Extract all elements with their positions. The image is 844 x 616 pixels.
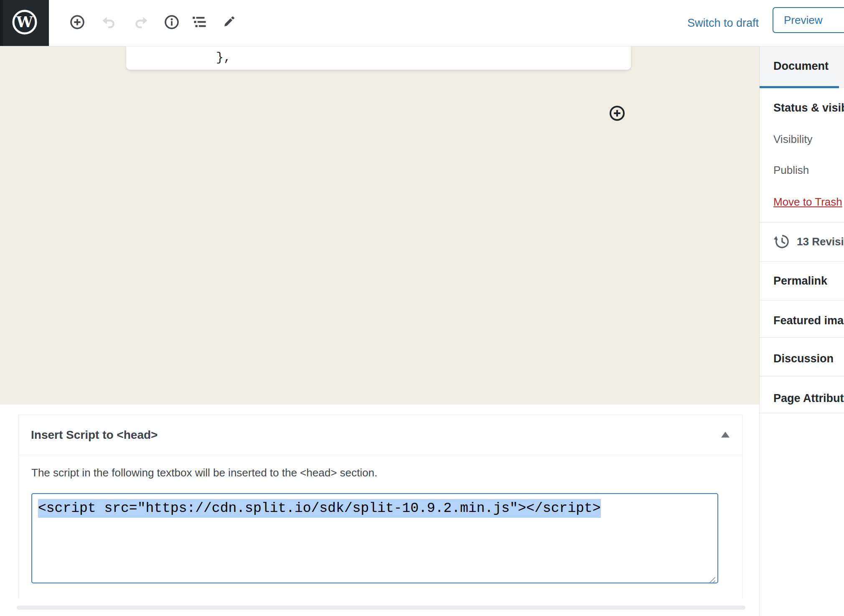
revisions-count-label: 13 Revisions <box>797 232 844 251</box>
info-circle-icon <box>164 14 180 31</box>
list-view-icon <box>191 14 210 31</box>
sidebar-tab-bar: Document <box>760 46 844 88</box>
switch-to-draft-link[interactable]: Switch to draft <box>687 0 759 46</box>
plus-circle-icon <box>608 104 626 123</box>
panel-featured-image[interactable]: Featured image <box>773 311 844 330</box>
metabox-description: The script in the following textbox will… <box>31 466 730 479</box>
pencil-icon <box>220 14 237 32</box>
sidebar-divider <box>760 376 844 377</box>
panel-page-attributes[interactable]: Page Attributes <box>773 389 844 407</box>
edit-mode-button[interactable] <box>218 12 239 33</box>
panel-status-visibility[interactable]: Status & visibility <box>773 99 844 117</box>
inline-add-block-button[interactable] <box>607 104 627 124</box>
next-metabox-edge <box>17 606 745 610</box>
code-editor-block[interactable]: }, }); <box>126 46 631 70</box>
active-tab-underline <box>760 86 839 88</box>
wordpress-menu-button[interactable]: W <box>0 0 49 46</box>
preview-button[interactable]: Preview <box>773 7 844 33</box>
sidebar-divider <box>760 337 844 338</box>
history-clock-icon <box>773 232 791 251</box>
metabox-title: Insert Script to <head> <box>31 415 158 455</box>
undo-arrow-icon <box>100 14 117 31</box>
metabox-header[interactable]: Insert Script to <head> <box>19 415 742 455</box>
redo-button[interactable] <box>130 12 152 33</box>
settings-sidebar: Document Status & visibility Visibility … <box>759 46 844 616</box>
content-structure-button[interactable] <box>161 12 183 33</box>
add-block-button[interactable] <box>66 12 88 33</box>
sidebar-divider <box>760 222 844 223</box>
undo-button[interactable] <box>98 12 119 33</box>
svg-text:W: W <box>16 13 33 31</box>
visibility-label: Visibility <box>773 130 812 148</box>
collapse-triangle-icon[interactable] <box>721 432 730 438</box>
block-navigation-button[interactable] <box>189 12 211 33</box>
sidebar-divider <box>760 261 844 262</box>
selected-script-text: <script src="https://cdn.split.io/sdk/sp… <box>38 499 601 518</box>
sidebar-divider <box>760 413 844 413</box>
wordpress-logo-icon: W <box>11 9 38 37</box>
sidebar-divider <box>760 300 844 300</box>
redo-arrow-icon <box>133 14 150 31</box>
panel-permalink[interactable]: Permalink <box>773 272 827 290</box>
plus-circle-icon <box>69 14 85 31</box>
metabox-body: The script in the following textbox will… <box>19 466 742 583</box>
code-line: }, <box>126 46 631 67</box>
panel-discussion[interactable]: Discussion <box>773 349 834 368</box>
wordpress-editor-page: W <box>0 0 844 616</box>
move-to-trash-button[interactable]: Move to Trash <box>773 193 842 211</box>
code-line: }); <box>126 67 631 70</box>
textarea-resize-handle[interactable] <box>707 572 717 582</box>
tab-document[interactable]: Document <box>773 46 829 86</box>
publish-label: Publish <box>773 161 809 179</box>
revisions-button[interactable]: 13 Revisions <box>760 232 844 251</box>
editor-canvas: }, }); <box>0 46 759 405</box>
head-script-textarea[interactable]: <script src="https://cdn.split.io/sdk/sp… <box>31 493 718 583</box>
insert-script-head-metabox: Insert Script to <head> The script in th… <box>18 415 742 599</box>
editor-top-bar: W <box>0 0 844 46</box>
metabox-area: Insert Script to <head> The script in th… <box>0 405 759 616</box>
